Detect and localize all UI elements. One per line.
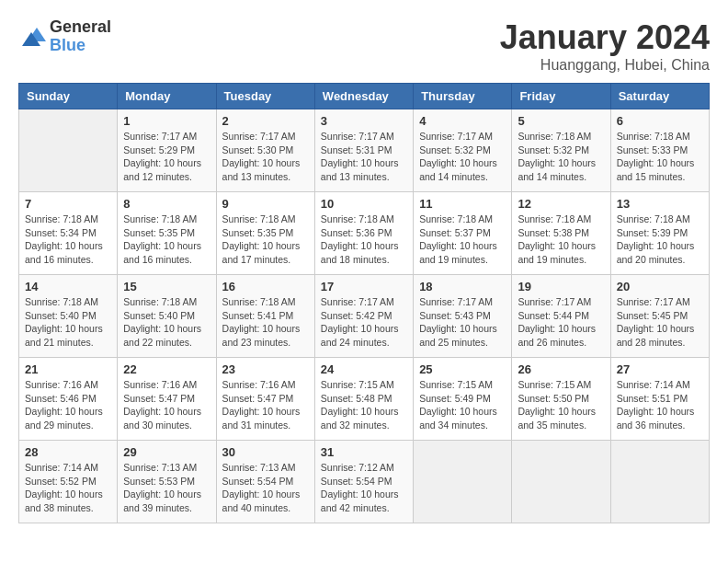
cell-info: Sunrise: 7:17 AM Sunset: 5:32 PM Dayligh… <box>419 130 506 184</box>
day-number: 6 <box>617 114 703 128</box>
calendar-cell: 11Sunrise: 7:18 AM Sunset: 5:37 PM Dayli… <box>414 192 512 275</box>
calendar-cell: 21Sunrise: 7:16 AM Sunset: 5:46 PM Dayli… <box>19 358 118 441</box>
calendar-cell: 7Sunrise: 7:18 AM Sunset: 5:34 PM Daylig… <box>19 192 118 275</box>
day-number: 18 <box>419 280 506 293</box>
day-number: 15 <box>123 280 210 293</box>
calendar-body: 1Sunrise: 7:17 AM Sunset: 5:29 PM Daylig… <box>19 109 710 523</box>
day-number: 12 <box>518 197 604 211</box>
cell-info: Sunrise: 7:17 AM Sunset: 5:44 PM Dayligh… <box>518 295 604 350</box>
day-number: 27 <box>617 362 703 376</box>
cell-info: Sunrise: 7:14 AM Sunset: 5:51 PM Dayligh… <box>617 378 703 432</box>
day-number: 5 <box>518 114 604 128</box>
cell-info: Sunrise: 7:16 AM Sunset: 5:47 PM Dayligh… <box>222 378 309 432</box>
calendar-cell: 27Sunrise: 7:14 AM Sunset: 5:51 PM Dayli… <box>610 358 709 441</box>
day-number: 16 <box>222 280 309 293</box>
day-number: 7 <box>25 197 111 211</box>
day-number: 20 <box>617 280 703 293</box>
day-number: 31 <box>321 445 407 459</box>
cell-info: Sunrise: 7:18 AM Sunset: 5:39 PM Dayligh… <box>617 213 703 267</box>
cell-info: Sunrise: 7:18 AM Sunset: 5:41 PM Dayligh… <box>222 295 309 350</box>
logo-icon <box>18 23 46 51</box>
day-number: 1 <box>123 114 210 128</box>
calendar-week-row: 1Sunrise: 7:17 AM Sunset: 5:29 PM Daylig… <box>19 109 710 192</box>
calendar-week-row: 21Sunrise: 7:16 AM Sunset: 5:46 PM Dayli… <box>19 358 710 441</box>
calendar-week-row: 14Sunrise: 7:18 AM Sunset: 5:40 PM Dayli… <box>19 275 710 358</box>
day-number: 19 <box>518 280 604 293</box>
calendar-cell <box>610 441 709 523</box>
cell-info: Sunrise: 7:18 AM Sunset: 5:38 PM Dayligh… <box>518 213 604 267</box>
calendar-cell: 17Sunrise: 7:17 AM Sunset: 5:42 PM Dayli… <box>314 275 413 358</box>
cell-info: Sunrise: 7:18 AM Sunset: 5:37 PM Dayligh… <box>419 213 506 267</box>
calendar-cell: 23Sunrise: 7:16 AM Sunset: 5:47 PM Dayli… <box>216 358 314 441</box>
calendar-header: SundayMondayTuesdayWednesdayThursdayFrid… <box>19 84 710 109</box>
logo-general: General <box>50 18 111 37</box>
logo: General Blue <box>18 18 111 55</box>
calendar-cell: 24Sunrise: 7:15 AM Sunset: 5:48 PM Dayli… <box>314 358 413 441</box>
day-number: 8 <box>123 197 210 211</box>
weekday-header: Sunday <box>19 84 118 109</box>
calendar-cell: 5Sunrise: 7:18 AM Sunset: 5:32 PM Daylig… <box>512 109 610 192</box>
cell-info: Sunrise: 7:18 AM Sunset: 5:32 PM Dayligh… <box>518 130 604 184</box>
day-number: 30 <box>222 445 309 459</box>
cell-info: Sunrise: 7:15 AM Sunset: 5:50 PM Dayligh… <box>518 378 604 432</box>
day-number: 11 <box>419 197 506 211</box>
day-number: 21 <box>25 362 111 376</box>
cell-info: Sunrise: 7:18 AM Sunset: 5:36 PM Dayligh… <box>321 213 407 267</box>
calendar-cell: 10Sunrise: 7:18 AM Sunset: 5:36 PM Dayli… <box>314 192 413 275</box>
calendar-cell: 15Sunrise: 7:18 AM Sunset: 5:40 PM Dayli… <box>118 275 216 358</box>
cell-info: Sunrise: 7:16 AM Sunset: 5:46 PM Dayligh… <box>25 378 111 432</box>
header: General Blue January 2024 Huanggang, Hub… <box>18 18 710 74</box>
cell-info: Sunrise: 7:13 AM Sunset: 5:53 PM Dayligh… <box>123 461 210 515</box>
cell-info: Sunrise: 7:18 AM Sunset: 5:40 PM Dayligh… <box>25 295 111 350</box>
day-number: 3 <box>321 114 407 128</box>
cell-info: Sunrise: 7:17 AM Sunset: 5:42 PM Dayligh… <box>321 295 407 350</box>
day-number: 22 <box>123 362 210 376</box>
calendar-cell: 28Sunrise: 7:14 AM Sunset: 5:52 PM Dayli… <box>19 441 118 523</box>
calendar-cell: 16Sunrise: 7:18 AM Sunset: 5:41 PM Dayli… <box>216 275 314 358</box>
calendar-cell: 8Sunrise: 7:18 AM Sunset: 5:35 PM Daylig… <box>118 192 216 275</box>
cell-info: Sunrise: 7:18 AM Sunset: 5:34 PM Dayligh… <box>25 213 111 267</box>
calendar-cell: 6Sunrise: 7:18 AM Sunset: 5:33 PM Daylig… <box>610 109 709 192</box>
day-number: 24 <box>321 362 407 376</box>
cell-info: Sunrise: 7:17 AM Sunset: 5:29 PM Dayligh… <box>123 130 210 184</box>
calendar-week-row: 7Sunrise: 7:18 AM Sunset: 5:34 PM Daylig… <box>19 192 710 275</box>
calendar-cell: 13Sunrise: 7:18 AM Sunset: 5:39 PM Dayli… <box>610 192 709 275</box>
cell-info: Sunrise: 7:17 AM Sunset: 5:45 PM Dayligh… <box>617 295 703 350</box>
calendar-week-row: 28Sunrise: 7:14 AM Sunset: 5:52 PM Dayli… <box>19 441 710 523</box>
day-number: 10 <box>321 197 407 211</box>
cell-info: Sunrise: 7:12 AM Sunset: 5:54 PM Dayligh… <box>321 461 407 515</box>
weekday-header: Thursday <box>414 84 512 109</box>
cell-info: Sunrise: 7:14 AM Sunset: 5:52 PM Dayligh… <box>25 461 111 515</box>
calendar-cell: 26Sunrise: 7:15 AM Sunset: 5:50 PM Dayli… <box>512 358 610 441</box>
cell-info: Sunrise: 7:18 AM Sunset: 5:40 PM Dayligh… <box>123 295 210 350</box>
cell-info: Sunrise: 7:16 AM Sunset: 5:47 PM Dayligh… <box>123 378 210 432</box>
weekday-header: Wednesday <box>314 84 413 109</box>
weekday-header: Saturday <box>610 84 709 109</box>
logo-text: General Blue <box>50 18 111 55</box>
calendar-cell: 22Sunrise: 7:16 AM Sunset: 5:47 PM Dayli… <box>118 358 216 441</box>
calendar-cell: 18Sunrise: 7:17 AM Sunset: 5:43 PM Dayli… <box>414 275 512 358</box>
calendar-cell: 12Sunrise: 7:18 AM Sunset: 5:38 PM Dayli… <box>512 192 610 275</box>
cell-info: Sunrise: 7:15 AM Sunset: 5:49 PM Dayligh… <box>419 378 506 432</box>
calendar-cell: 30Sunrise: 7:13 AM Sunset: 5:54 PM Dayli… <box>216 441 314 523</box>
day-number: 28 <box>25 445 111 459</box>
day-number: 13 <box>617 197 703 211</box>
calendar-cell: 29Sunrise: 7:13 AM Sunset: 5:53 PM Dayli… <box>118 441 216 523</box>
calendar-table: SundayMondayTuesdayWednesdayThursdayFrid… <box>18 83 710 523</box>
weekday-row: SundayMondayTuesdayWednesdayThursdayFrid… <box>19 84 710 109</box>
calendar-cell: 4Sunrise: 7:17 AM Sunset: 5:32 PM Daylig… <box>414 109 512 192</box>
day-number: 25 <box>419 362 506 376</box>
cell-info: Sunrise: 7:17 AM Sunset: 5:43 PM Dayligh… <box>419 295 506 350</box>
day-number: 26 <box>518 362 604 376</box>
calendar-cell: 25Sunrise: 7:15 AM Sunset: 5:49 PM Dayli… <box>414 358 512 441</box>
calendar-cell: 31Sunrise: 7:12 AM Sunset: 5:54 PM Dayli… <box>314 441 413 523</box>
day-number: 4 <box>419 114 506 128</box>
day-number: 14 <box>25 280 111 293</box>
calendar-cell: 20Sunrise: 7:17 AM Sunset: 5:45 PM Dayli… <box>610 275 709 358</box>
day-number: 29 <box>123 445 210 459</box>
cell-info: Sunrise: 7:18 AM Sunset: 5:33 PM Dayligh… <box>617 130 703 184</box>
calendar-cell: 3Sunrise: 7:17 AM Sunset: 5:31 PM Daylig… <box>314 109 413 192</box>
cell-info: Sunrise: 7:18 AM Sunset: 5:35 PM Dayligh… <box>222 213 309 267</box>
day-number: 9 <box>222 197 309 211</box>
calendar-cell <box>414 441 512 523</box>
